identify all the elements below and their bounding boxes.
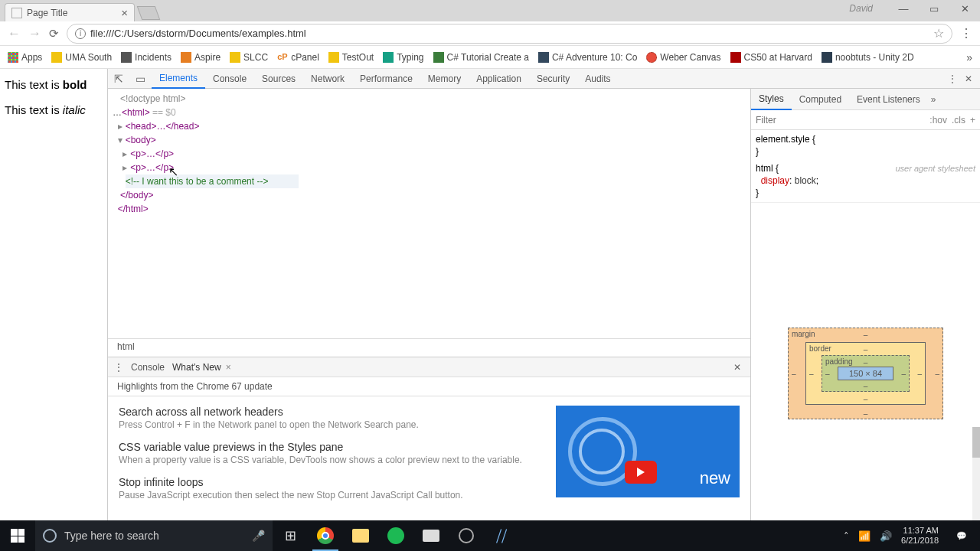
bookmarks-bar: Apps UMA South Incidents Aspire SLCC cPc… (0, 46, 980, 69)
mouse-cursor-icon: ↖ (168, 165, 178, 179)
mail-icon (423, 530, 439, 542)
whats-new-item[interactable]: Search across all network headers Press … (119, 406, 525, 430)
cls-toggle[interactable]: .cls (952, 115, 965, 126)
nav-reload-icon[interactable]: ⟳ (49, 27, 59, 41)
taskbar-vscode[interactable]: ⧸⧸ (484, 520, 519, 551)
microphone-icon[interactable]: 🎤 (252, 530, 265, 542)
chrome-menu-icon[interactable]: ⋮ (960, 26, 972, 41)
breadcrumb[interactable]: html (108, 338, 750, 357)
window-maximize-button[interactable]: ▭ (919, 0, 949, 17)
bookmarks-overflow-icon[interactable]: » (966, 51, 972, 64)
devtools-close-icon[interactable]: ✕ (965, 73, 972, 84)
devtools-tab-elements[interactable]: Elements (152, 69, 205, 89)
devtools-panel: ⇱ ▭ Elements Console Sources Network Per… (107, 69, 980, 520)
devtools-tab-performance[interactable]: Performance (352, 69, 420, 89)
task-view-icon[interactable]: ⊞ (273, 520, 308, 551)
tab-close-icon[interactable]: × (121, 6, 128, 19)
devtools-drawer: ⋮ Console What's New × ✕ Highlights from… (108, 357, 750, 520)
site-info-icon[interactable]: i (75, 28, 86, 39)
devtools-menu-icon[interactable]: ⋮ (948, 73, 957, 84)
obs-icon (459, 528, 474, 543)
whats-new-item[interactable]: CSS variable value previews in the Style… (119, 441, 525, 465)
bookmark-aspire[interactable]: Aspire (181, 52, 220, 63)
tab-favicon (11, 8, 22, 18)
bookmark-noobtuts[interactable]: noobtuts - Unity 2D (822, 52, 914, 63)
apps-button[interactable]: Apps (8, 52, 42, 63)
bookmark-testout[interactable]: TestOut (328, 52, 374, 63)
start-button[interactable] (0, 520, 35, 551)
styles-filter-input[interactable] (756, 115, 925, 126)
windows-taskbar: Type here to search 🎤 ⊞ ⧸⧸ ˄ 📶 🔊 11:37 A… (0, 520, 980, 551)
style-rule-element[interactable]: element.style { } user agent stylesheet … (751, 130, 980, 203)
taskbar-spotify[interactable] (378, 520, 413, 551)
scrollbar-thumb[interactable] (972, 427, 980, 458)
taskbar-obs[interactable] (449, 520, 484, 551)
nav-forward-icon[interactable]: → (28, 26, 41, 41)
tray-network-icon[interactable]: 📶 (858, 530, 871, 542)
search-placeholder: Type here to search (64, 530, 159, 542)
chrome-user-label[interactable]: David (849, 3, 873, 14)
bookmark-incidents[interactable]: Incidents (121, 52, 172, 63)
page-paragraph-bold: This text is bold (5, 78, 103, 91)
taskbar-mail[interactable] (413, 520, 449, 551)
scrollbar-track[interactable] (972, 427, 980, 520)
hov-toggle[interactable]: :hov (929, 115, 947, 126)
devtools-tab-sources[interactable]: Sources (254, 69, 303, 89)
drawer-tab-whats-new[interactable]: What's New × (172, 362, 231, 373)
styles-pane: Styles Computed Event Listeners » :hov .… (750, 89, 980, 520)
cortana-icon (43, 529, 57, 543)
dom-tree[interactable]: <!doctype html> …<html> == $0 ▸<head>…</… (108, 89, 750, 338)
tab-title: Page Title (27, 8, 67, 18)
styles-tab-computed[interactable]: Computed (792, 89, 849, 110)
browser-tab[interactable]: Page Title × (5, 3, 135, 21)
styles-more-tabs-icon[interactable]: » (931, 94, 936, 105)
whats-new-item[interactable]: Stop infinite loops Pause JavaScript exe… (119, 476, 525, 500)
play-icon[interactable] (625, 461, 657, 484)
devtools-tab-audits[interactable]: Audits (577, 69, 618, 89)
bookmark-cpanel[interactable]: cPcPanel (277, 52, 319, 63)
window-close-button[interactable]: ✕ (949, 0, 980, 17)
taskbar-chrome[interactable] (308, 520, 343, 551)
bookmark-cs50[interactable]: CS50 at Harvard (730, 52, 812, 63)
address-bar[interactable]: i file:///C:/Users/dstorm/Documents/exam… (67, 24, 952, 44)
bookmark-typing[interactable]: Typing (383, 52, 423, 63)
box-model-diagram[interactable]: margin –––– border –––– padding –––– 150… (751, 203, 980, 520)
bookmark-csharp-tutorial[interactable]: C# Tutorial Create a (433, 52, 529, 63)
new-tab-button[interactable] (137, 6, 161, 20)
rendered-page: This text is bold This text is italic (0, 69, 107, 520)
drawer-tab-console[interactable]: Console (131, 362, 165, 373)
drawer-close-icon[interactable]: ✕ (733, 362, 750, 373)
windows-logo-icon (11, 529, 24, 543)
window-minimize-button[interactable]: — (888, 0, 919, 17)
whats-new-video[interactable]: new (556, 406, 740, 497)
devtools-tab-bar: ⇱ ▭ Elements Console Sources Network Per… (108, 69, 980, 89)
inspect-element-icon[interactable]: ⇱ (108, 73, 129, 85)
vscode-icon: ⧸⧸ (496, 528, 507, 544)
devtools-tab-application[interactable]: Application (469, 69, 529, 89)
page-paragraph-italic: This text is italic (5, 103, 103, 116)
styles-tab-event-listeners[interactable]: Event Listeners (849, 89, 928, 110)
tray-chevron-up-icon[interactable]: ˄ (844, 530, 849, 542)
styles-tab-styles[interactable]: Styles (751, 89, 792, 110)
taskbar-search[interactable]: Type here to search 🎤 (35, 520, 273, 551)
bookmark-uma-south[interactable]: UMA South (51, 52, 112, 63)
devtools-tab-memory[interactable]: Memory (420, 69, 469, 89)
bookmark-weber-canvas[interactable]: Weber Canvas (646, 52, 720, 63)
nav-back-icon[interactable]: ← (8, 26, 21, 41)
close-icon[interactable]: × (226, 362, 231, 373)
devtools-tab-network[interactable]: Network (303, 69, 352, 89)
url-text: file:///C:/Users/dstorm/Documents/exampl… (90, 28, 306, 39)
taskbar-clock[interactable]: 11:37 AM 6/21/2018 (901, 526, 939, 546)
bookmark-slcc[interactable]: SLCC (230, 52, 268, 63)
folder-icon (352, 529, 369, 543)
bookmark-star-icon[interactable]: ☆ (933, 26, 944, 41)
devtools-tab-console[interactable]: Console (205, 69, 254, 89)
drawer-menu-icon[interactable]: ⋮ (114, 362, 123, 373)
device-toolbar-icon[interactable]: ▭ (129, 73, 152, 85)
new-rule-icon[interactable]: + (970, 115, 975, 126)
bookmark-csharp-adventure[interactable]: C# Adventure 10: Co (538, 52, 637, 63)
taskbar-file-explorer[interactable] (343, 520, 378, 551)
devtools-tab-security[interactable]: Security (529, 69, 577, 89)
tray-volume-icon[interactable]: 🔊 (880, 530, 892, 542)
action-center-icon[interactable]: 💬 (948, 520, 975, 551)
